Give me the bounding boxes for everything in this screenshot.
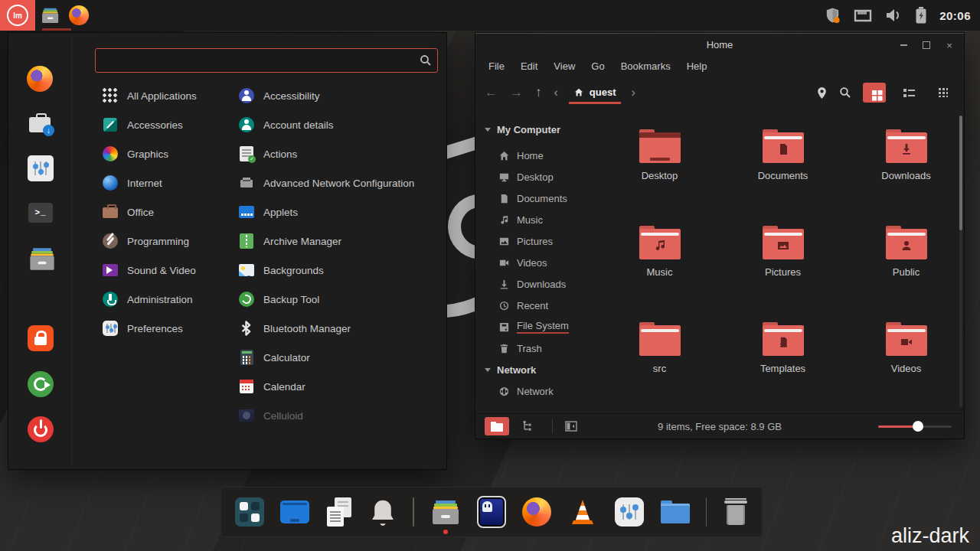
menu-search-input[interactable] xyxy=(95,48,438,73)
dock-show-desktop[interactable] xyxy=(280,494,309,530)
menu-logout-button[interactable] xyxy=(27,370,54,398)
folder-videos[interactable]: Videos xyxy=(861,311,952,408)
sidebar-item-desktop[interactable]: Desktop xyxy=(475,166,594,187)
forward-button[interactable]: → xyxy=(510,85,523,100)
menu-bookmarks[interactable]: Bookmarks xyxy=(621,60,671,72)
menu-edit[interactable]: Edit xyxy=(521,60,537,72)
dock-file-manager[interactable] xyxy=(430,494,461,530)
treeview-toggle-button[interactable] xyxy=(515,417,540,435)
menu-button[interactable]: lm xyxy=(0,0,35,31)
section-network[interactable]: Network xyxy=(475,359,594,380)
app-archive-manager[interactable]: Archive Manager xyxy=(238,227,443,256)
menu-help[interactable]: Help xyxy=(687,60,707,72)
sidebar-item-pictures[interactable]: Pictures xyxy=(475,230,594,252)
category-internet[interactable]: Internet xyxy=(102,168,237,197)
folder-desktop[interactable]: Desktop xyxy=(614,119,706,215)
app-advanced-network-configuration[interactable]: Advanced Network Configuration xyxy=(238,168,443,197)
minimize-button[interactable] xyxy=(898,40,909,51)
sidebar-item-home[interactable]: Home xyxy=(475,145,594,166)
scrollbar[interactable] xyxy=(959,116,962,407)
dock-files-folder[interactable] xyxy=(661,494,690,530)
menu-firefox-shortcut[interactable] xyxy=(27,66,54,93)
sidebar-item-documents[interactable]: Documents xyxy=(475,187,594,209)
sidebar-item-network[interactable]: Network xyxy=(475,380,594,402)
folder-pictures[interactable]: Pictures xyxy=(737,215,829,311)
dock-system-settings[interactable] xyxy=(614,494,645,530)
app-celluloid[interactable]: Celluloid xyxy=(238,401,443,430)
dock-vlc[interactable] xyxy=(567,494,598,530)
menu-lock-screen-button[interactable] xyxy=(27,324,54,352)
category-accessories[interactable]: Accessories xyxy=(102,110,237,139)
category-graphics[interactable]: Graphics xyxy=(102,139,237,168)
menu-file[interactable]: File xyxy=(488,60,505,72)
menu-terminal-shortcut[interactable]: >_ xyxy=(27,199,54,227)
close-button[interactable]: × xyxy=(944,40,955,51)
app-actions[interactable]: Actions xyxy=(238,139,443,168)
app-bluetooth-manager[interactable]: Bluetooth Manager xyxy=(238,314,443,343)
dock-ghost-terminal[interactable] xyxy=(477,494,506,530)
app-applets[interactable]: Applets xyxy=(238,197,443,227)
category-administration[interactable]: Administration xyxy=(102,285,237,314)
network-icon[interactable] xyxy=(854,7,872,24)
menu-view[interactable]: View xyxy=(554,60,575,72)
folder-templates[interactable]: Templates xyxy=(737,311,829,408)
folder-music[interactable]: Music xyxy=(614,215,706,311)
search-icon[interactable] xyxy=(839,86,851,99)
sidebar-item-downloads[interactable]: Downloads xyxy=(475,273,594,295)
icon-view-button[interactable] xyxy=(863,83,886,103)
back-button[interactable]: ← xyxy=(485,85,498,100)
category-preferences[interactable]: Preferences xyxy=(102,314,237,343)
app-calculator[interactable]: Calculator xyxy=(238,343,443,372)
show-desktop-icon xyxy=(280,500,309,523)
sidebar-item-recent[interactable]: Recent xyxy=(475,295,594,316)
clock[interactable]: 20:06 xyxy=(939,9,971,22)
scrollbar-thumb[interactable] xyxy=(959,116,962,230)
folder-public[interactable]: Public xyxy=(861,215,952,311)
restore-button[interactable] xyxy=(921,40,932,51)
dock-notifications[interactable] xyxy=(369,494,397,530)
sidebar-item-music[interactable]: Music xyxy=(475,209,594,230)
update-shield-icon[interactable] xyxy=(824,6,841,24)
battery-icon[interactable] xyxy=(915,6,927,24)
category-all-applications[interactable]: All Applications xyxy=(102,81,237,110)
app-account-details[interactable]: Account details xyxy=(238,110,443,139)
app-backgrounds[interactable]: Backgrounds xyxy=(238,256,443,285)
folder-documents[interactable]: Documents xyxy=(737,119,829,215)
dock-trash[interactable] xyxy=(723,494,748,530)
category-sound-video[interactable]: Sound & Video xyxy=(102,256,237,285)
location-pin-icon[interactable] xyxy=(816,86,828,99)
dock-documents[interactable] xyxy=(325,494,353,530)
breadcrumb-scroll-right-icon[interactable]: › xyxy=(632,86,635,99)
panel-file-manager-launcher[interactable] xyxy=(35,0,64,31)
menu-shutdown-button[interactable] xyxy=(27,416,54,443)
app-calendar[interactable]: Calendar xyxy=(238,372,443,401)
sidebar-item-videos[interactable]: Videos xyxy=(475,252,594,273)
section-my-computer[interactable]: My Computer xyxy=(475,119,594,140)
zoom-slider[interactable] xyxy=(878,421,952,432)
menu-go[interactable]: Go xyxy=(591,60,604,72)
app-backup-tool[interactable]: Backup Tool xyxy=(238,285,443,314)
category-office[interactable]: Office xyxy=(102,197,237,227)
breadcrumb-home-button[interactable]: quest xyxy=(566,82,624,104)
compact-view-button[interactable] xyxy=(932,83,955,103)
volume-icon[interactable] xyxy=(884,7,903,24)
panel-firefox-launcher[interactable] xyxy=(64,0,93,31)
dock-app-grid[interactable] xyxy=(235,494,264,530)
dock-firefox[interactable] xyxy=(522,494,551,530)
menu-software-manager-shortcut[interactable]: ↓ xyxy=(27,110,54,138)
slider-knob[interactable] xyxy=(913,421,923,432)
menu-files-shortcut[interactable] xyxy=(27,243,54,271)
sidebar-item-trash[interactable]: Trash xyxy=(475,337,594,359)
folder-src[interactable]: src xyxy=(614,311,706,408)
category-programming[interactable]: Programming xyxy=(102,227,237,256)
app-accessibility[interactable]: Accessibility xyxy=(238,81,443,110)
breadcrumb-scroll-left-icon[interactable]: ‹ xyxy=(554,86,558,99)
folder-downloads[interactable]: Downloads xyxy=(861,119,952,215)
hide-sidebar-button[interactable] xyxy=(559,417,583,435)
list-view-button[interactable] xyxy=(897,83,920,103)
lock-screen-icon xyxy=(28,325,54,351)
menu-system-settings-shortcut[interactable] xyxy=(27,155,54,182)
sidebar-item-file-system[interactable]: File System xyxy=(475,316,594,337)
up-button[interactable]: ↑ xyxy=(535,85,542,100)
places-toggle-button[interactable] xyxy=(485,417,509,435)
